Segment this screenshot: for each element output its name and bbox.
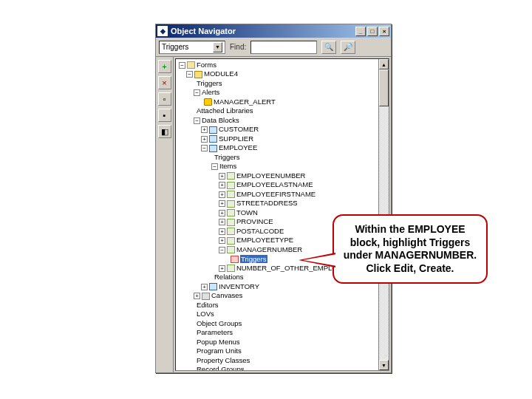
- expander-icon[interactable]: −: [179, 62, 185, 69]
- tree-node-object-groups[interactable]: Object Groups: [179, 319, 387, 328]
- block-icon: [209, 283, 217, 290]
- block-icon: [209, 135, 217, 143]
- expander-icon[interactable]: +: [219, 219, 225, 225]
- expander-icon[interactable]: +: [201, 284, 208, 290]
- tree-node-program-units[interactable]: Program Units: [179, 347, 387, 355]
- expander-icon[interactable]: +: [219, 182, 225, 188]
- scroll-thumb[interactable]: [379, 69, 389, 106]
- tool-button[interactable]: ◧: [158, 125, 171, 138]
- tree-node-alert-item[interactable]: MANAGER_ALERT: [179, 98, 387, 106]
- tree-node-alerts[interactable]: −Alerts: [179, 88, 387, 97]
- item-icon: [227, 237, 235, 245]
- expander-icon[interactable]: +: [219, 200, 225, 207]
- tree-node-item[interactable]: +EMPLOYEENUMBER: [179, 171, 387, 180]
- item-icon: [227, 182, 235, 189]
- forms-icon: [187, 61, 195, 69]
- maximize-button[interactable]: □: [367, 27, 378, 36]
- item-icon: [227, 191, 235, 198]
- expander-icon[interactable]: −: [194, 117, 200, 124]
- expand-button[interactable]: ▫: [158, 92, 171, 106]
- tree-node-forms[interactable]: −Forms: [179, 61, 387, 69]
- find-back-button[interactable]: 🔎: [341, 41, 355, 54]
- tree-node-triggers[interactable]: Triggers: [179, 79, 387, 88]
- find-input[interactable]: [250, 41, 317, 54]
- triggers-icon: [231, 256, 239, 263]
- tree-node-block-employee[interactable]: −EMPLOYEE: [179, 143, 387, 152]
- tree-node-item[interactable]: +EMPLOYEELASTNAME: [179, 180, 387, 189]
- expander-icon[interactable]: +: [219, 173, 225, 180]
- module-icon: [194, 71, 202, 78]
- expander-icon[interactable]: +: [219, 210, 225, 216]
- item-icon: [227, 209, 235, 216]
- minimize-button[interactable]: _: [355, 27, 366, 36]
- tree-node-lovs[interactable]: LOVs: [179, 310, 387, 318]
- close-button[interactable]: ×: [379, 27, 389, 36]
- app-icon: ◆: [157, 26, 168, 36]
- canvas-icon: [202, 293, 210, 300]
- find-forward-button[interactable]: 🔍: [321, 41, 336, 54]
- tree-node-property-classes[interactable]: Property Classes: [179, 356, 387, 365]
- expander-icon[interactable]: +: [219, 265, 225, 272]
- tree-node-popup-menus[interactable]: Popup Menus: [179, 338, 387, 347]
- window-title: Object Navigator: [171, 27, 236, 35]
- expander-icon[interactable]: −: [201, 145, 208, 151]
- tree-node-item[interactable]: +EMPLOYEEFIRSTNAME: [179, 190, 387, 199]
- expander-icon[interactable]: +: [219, 228, 225, 235]
- item-icon: [227, 228, 235, 235]
- expander-icon[interactable]: +: [194, 293, 200, 299]
- block-icon: [209, 126, 217, 134]
- expander-icon[interactable]: −: [186, 71, 193, 78]
- expander-icon[interactable]: −: [194, 89, 200, 96]
- tree-node-emp-items[interactable]: −Items: [179, 162, 387, 171]
- tree-node-canvases[interactable]: +Canvases: [179, 291, 387, 300]
- item-icon: [227, 172, 235, 180]
- object-navigator-window: ◆ Object Navigator _ □ × Triggers ▼ Find…: [155, 24, 392, 373]
- expander-icon[interactable]: +: [201, 136, 208, 143]
- expander-icon[interactable]: +: [201, 126, 208, 133]
- item-icon: [227, 200, 235, 208]
- expander-icon[interactable]: −: [211, 163, 218, 170]
- window-controls: _ □ ×: [355, 27, 389, 36]
- expander-icon[interactable]: +: [219, 191, 225, 198]
- tree-node-parameters[interactable]: Parameters: [179, 328, 387, 337]
- category-combo[interactable]: Triggers ▼: [159, 41, 225, 54]
- item-icon: [227, 219, 235, 226]
- toolbar: Triggers ▼ Find: 🔍 🔎: [156, 38, 391, 57]
- scroll-up-button[interactable]: ▲: [379, 59, 389, 69]
- item-icon: [227, 265, 235, 272]
- item-icon: [227, 246, 235, 253]
- callout-text: Within the EMPLOYEE block, highlight Tri…: [344, 223, 477, 274]
- tree-node-item[interactable]: +STREETADDRESS: [179, 199, 387, 208]
- tree-node-block-customer[interactable]: +CUSTOMER: [179, 125, 387, 134]
- tree-node-emp-triggers[interactable]: Triggers: [179, 153, 387, 162]
- tree-node-record-groups[interactable]: Record Groups: [179, 365, 387, 370]
- tree-node-data-blocks[interactable]: −Data Blocks: [179, 116, 387, 125]
- title-bar: ◆ Object Navigator _ □ ×: [156, 24, 391, 38]
- delete-button[interactable]: ×: [158, 76, 171, 89]
- chevron-down-icon[interactable]: ▼: [213, 42, 222, 52]
- scroll-down-button[interactable]: ▼: [379, 360, 389, 370]
- alert-icon: [204, 98, 212, 106]
- side-toolbar: + × ▫ ▪ ◧: [156, 57, 174, 372]
- tree-node-editors[interactable]: Editors: [179, 301, 387, 310]
- tree-node-module[interactable]: −MODULE4: [179, 69, 387, 78]
- category-combo-value: Triggers: [162, 43, 188, 51]
- expander-icon[interactable]: +: [219, 237, 225, 244]
- tree-node-block-supplier[interactable]: +SUPPLIER: [179, 134, 387, 143]
- create-button[interactable]: +: [158, 60, 171, 73]
- collapse-button[interactable]: ▪: [158, 109, 171, 122]
- find-label: Find:: [230, 43, 246, 51]
- instruction-callout: Within the EMPLOYEE block, highlight Tri…: [332, 214, 488, 284]
- expander-icon[interactable]: −: [219, 247, 225, 253]
- block-icon: [209, 145, 217, 152]
- tree-node-attached-libs[interactable]: Attached Libraries: [179, 106, 387, 115]
